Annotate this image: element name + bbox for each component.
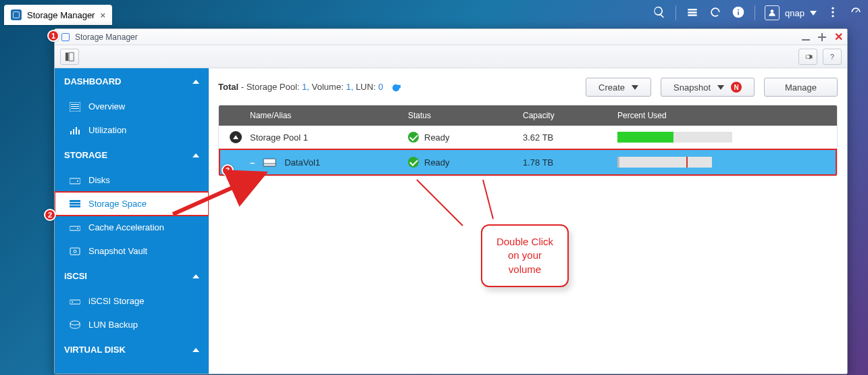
row-status: Ready: [424, 132, 450, 143]
svg-rect-3: [802, 39, 810, 41]
button-label: Manage: [785, 82, 817, 93]
sidebar-group-label: VIRTUAL DISK: [64, 345, 126, 355]
button-label: Snapshot: [673, 82, 711, 93]
cache-icon: [70, 223, 80, 232]
callout-text: Double Click: [493, 235, 557, 249]
svg-point-23: [74, 250, 76, 253]
svg-rect-8: [71, 104, 79, 105]
window-toolbar: ?: [55, 45, 847, 68]
window-titlebar[interactable]: Storage Manager ✕: [55, 29, 847, 45]
sidebar-item-overview[interactable]: Overview: [55, 95, 209, 118]
more-icon[interactable]: [826, 5, 840, 21]
chevron-down-icon: [717, 85, 724, 90]
sidebar-group-label: iSCSI: [64, 271, 87, 281]
volumes-icon[interactable]: [686, 5, 699, 21]
storage-manager-icon: [61, 33, 70, 41]
annotation-badge-1: 1: [47, 30, 59, 42]
ok-icon: [408, 132, 419, 143]
table-row-pool[interactable]: Storage Pool 1 Ready 3.62 TB: [219, 126, 837, 149]
total-label: Total: [218, 82, 238, 92]
taskbar-tabs: Storage Manager ×: [4, 1, 112, 25]
taskbar-tab-storage-manager[interactable]: Storage Manager ×: [4, 5, 112, 25]
svg-point-26: [70, 321, 80, 325]
svg-point-16: [77, 180, 78, 182]
annotation-arrow: [166, 167, 274, 228]
svg-rect-10: [71, 108, 79, 109]
svg-rect-22: [70, 248, 80, 255]
row-name: DataVol1: [284, 157, 320, 168]
manage-button[interactable]: Manage: [764, 78, 838, 97]
svg-rect-24: [70, 300, 80, 304]
create-button[interactable]: Create: [586, 78, 651, 97]
tree-connector-icon: –: [250, 157, 255, 168]
system-tray: qnap: [653, 5, 863, 21]
tab-close-icon[interactable]: ×: [100, 10, 105, 20]
lun-backup-icon: [70, 320, 80, 330]
chevron-up-icon: [193, 80, 199, 84]
annotation-callout: Double Click on your volume: [481, 224, 569, 287]
minimize-icon[interactable]: [801, 32, 811, 42]
collapse-icon[interactable]: [230, 131, 242, 143]
notification-badge: N: [731, 82, 742, 93]
sidebar-item-snapshot-vault[interactable]: Snapshot Vault: [55, 239, 209, 263]
svg-rect-15: [70, 178, 80, 184]
volume-label: Volume:: [312, 82, 344, 92]
page-title: Storage Manager: [75, 32, 138, 42]
storage-table: Name/Alias Status Capacity Percent Used …: [218, 105, 838, 176]
dashboard-icon[interactable]: [849, 5, 863, 21]
svg-rect-11: [70, 131, 72, 134]
iscsi-storage-icon: [70, 297, 80, 306]
refresh-icon[interactable]: [709, 5, 722, 21]
lun-value: 0: [378, 82, 383, 92]
col-capacity: Capacity: [516, 105, 611, 126]
sidebar-group-label: DASHBOARD: [64, 76, 122, 86]
svg-point-21: [77, 228, 78, 229]
help-button[interactable]: ?: [823, 49, 842, 65]
svg-rect-19: [70, 205, 80, 207]
svg-point-2: [832, 15, 834, 17]
col-status: Status: [401, 105, 516, 126]
volume-value: 1,: [346, 82, 353, 92]
avatar-icon: [765, 5, 780, 20]
refresh-button[interactable]: [391, 83, 401, 93]
user-menu[interactable]: qnap: [765, 5, 817, 20]
svg-rect-14: [78, 130, 80, 134]
chevron-up-icon: [193, 274, 199, 278]
maximize-icon[interactable]: [817, 32, 827, 42]
snapshot-vault-icon: [70, 247, 80, 256]
sidebar-toggle-button[interactable]: [60, 49, 79, 65]
tab-label: Storage Manager: [27, 10, 95, 20]
row-name: Storage Pool 1: [250, 132, 308, 143]
sidebar-group-dashboard[interactable]: DASHBOARD: [55, 68, 209, 95]
close-icon[interactable]: ✕: [834, 32, 843, 42]
search-icon[interactable]: [653, 5, 666, 21]
storage-space-icon: [70, 199, 80, 209]
summary-line: Total - Storage Pool: 1, Volume: 1, LUN:…: [218, 82, 401, 93]
sidebar-group-virtual-disk[interactable]: VIRTUAL DISK: [55, 336, 209, 363]
svg-text:?: ?: [830, 52, 834, 60]
sidebar-group-iscsi[interactable]: iSCSI: [55, 263, 209, 289]
svg-rect-12: [73, 129, 74, 134]
info-icon[interactable]: [732, 5, 745, 21]
table-row-volume[interactable]: – DataVol1 Ready 1.78 TB: [219, 149, 837, 176]
sidebar-group-label: STORAGE: [64, 150, 107, 160]
row-capacity: 3.62 TB: [516, 127, 611, 148]
sidebar-item-utilization[interactable]: Utilization: [55, 118, 209, 142]
chevron-down-icon: [632, 85, 638, 90]
disks-icon: [70, 176, 80, 185]
row-capacity: 1.78 TB: [516, 149, 611, 176]
snapshot-button[interactable]: Snapshot N: [661, 78, 755, 97]
svg-rect-13: [76, 127, 77, 134]
sidebar-item-label: Overview: [88, 101, 125, 111]
sidebar-item-iscsi-storage[interactable]: iSCSI Storage: [55, 289, 209, 313]
row-status: Ready: [424, 157, 450, 168]
chevron-down-icon: [810, 11, 817, 16]
settings-button[interactable]: [798, 49, 817, 65]
table-header: Name/Alias Status Capacity Percent Used: [219, 105, 837, 126]
svg-line-29: [173, 175, 261, 214]
sidebar-item-lun-backup[interactable]: LUN Backup: [55, 313, 209, 336]
chevron-up-icon: [193, 348, 199, 352]
sidebar-group-storage[interactable]: STORAGE: [55, 142, 209, 168]
sidebar-item-label: Cache Acceleration: [88, 222, 164, 232]
col-percent: Percent Used: [611, 105, 837, 126]
